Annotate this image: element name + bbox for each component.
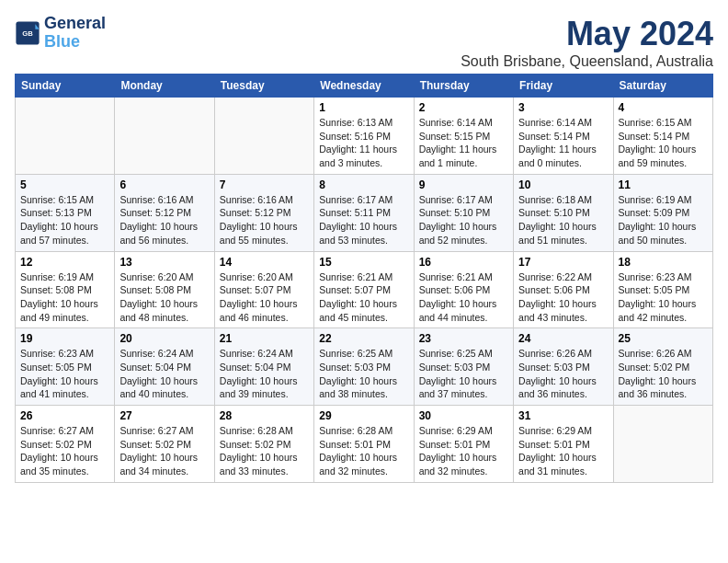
calendar-cell: 18Sunrise: 6:23 AM Sunset: 5:05 PM Dayli… <box>613 251 712 328</box>
day-info: Sunrise: 6:14 AM Sunset: 5:15 PM Dayligh… <box>419 116 508 170</box>
calendar-cell: 27Sunrise: 6:27 AM Sunset: 5:02 PM Dayli… <box>115 406 214 483</box>
day-info: Sunrise: 6:26 AM Sunset: 5:03 PM Dayligh… <box>518 347 608 401</box>
day-number: 25 <box>619 332 708 345</box>
day-number: 7 <box>220 178 309 191</box>
day-number: 24 <box>518 332 608 345</box>
day-info: Sunrise: 6:23 AM Sunset: 5:05 PM Dayligh… <box>619 270 708 325</box>
dow-header-wednesday: Wednesday <box>314 75 414 98</box>
day-number: 5 <box>20 178 109 191</box>
day-number: 11 <box>619 178 708 191</box>
day-info: Sunrise: 6:21 AM Sunset: 5:07 PM Dayligh… <box>319 270 408 325</box>
calendar-cell: 31Sunrise: 6:29 AM Sunset: 5:01 PM Dayli… <box>514 406 613 483</box>
day-info: Sunrise: 6:21 AM Sunset: 5:06 PM Dayligh… <box>419 270 508 325</box>
calendar-week-2: 5Sunrise: 6:15 AM Sunset: 5:13 PM Daylig… <box>16 174 713 251</box>
day-number: 23 <box>419 332 508 345</box>
page-header: GB General Blue May 2024 South Brisbane,… <box>15 15 713 70</box>
day-number: 19 <box>20 332 109 345</box>
day-number: 28 <box>220 409 309 422</box>
day-number: 14 <box>220 256 309 269</box>
calendar-cell: 17Sunrise: 6:22 AM Sunset: 5:06 PM Dayli… <box>514 251 613 328</box>
day-number: 6 <box>119 178 209 191</box>
dow-header-friday: Friday <box>514 75 613 98</box>
day-info: Sunrise: 6:26 AM Sunset: 5:02 PM Dayligh… <box>619 347 708 401</box>
day-number: 4 <box>619 101 708 114</box>
logo-line1: General <box>44 15 106 33</box>
calendar-cell: 25Sunrise: 6:26 AM Sunset: 5:02 PM Dayli… <box>613 328 712 406</box>
day-info: Sunrise: 6:17 AM Sunset: 5:10 PM Dayligh… <box>419 193 508 247</box>
calendar-cell: 1Sunrise: 6:13 AM Sunset: 5:16 PM Daylig… <box>314 98 414 175</box>
days-of-week-row: SundayMondayTuesdayWednesdayThursdayFrid… <box>16 75 713 98</box>
day-info: Sunrise: 6:13 AM Sunset: 5:16 PM Dayligh… <box>319 116 408 170</box>
day-number: 29 <box>319 409 408 422</box>
day-number: 10 <box>518 178 608 191</box>
day-info: Sunrise: 6:27 AM Sunset: 5:02 PM Dayligh… <box>20 424 109 478</box>
day-info: Sunrise: 6:25 AM Sunset: 5:03 PM Dayligh… <box>319 347 408 401</box>
calendar-week-4: 19Sunrise: 6:23 AM Sunset: 5:05 PM Dayli… <box>16 328 713 406</box>
day-info: Sunrise: 6:29 AM Sunset: 5:01 PM Dayligh… <box>518 424 608 478</box>
dow-header-sunday: Sunday <box>16 75 115 98</box>
day-number: 22 <box>319 332 408 345</box>
day-number: 20 <box>119 332 209 345</box>
day-number: 18 <box>619 256 708 269</box>
calendar-cell: 15Sunrise: 6:21 AM Sunset: 5:07 PM Dayli… <box>314 251 414 328</box>
calendar-cell: 20Sunrise: 6:24 AM Sunset: 5:04 PM Dayli… <box>115 328 214 406</box>
day-info: Sunrise: 6:27 AM Sunset: 5:02 PM Dayligh… <box>119 424 209 478</box>
calendar-week-1: 1Sunrise: 6:13 AM Sunset: 5:16 PM Daylig… <box>16 98 713 175</box>
calendar-cell: 7Sunrise: 6:16 AM Sunset: 5:12 PM Daylig… <box>214 174 313 251</box>
calendar-cell: 23Sunrise: 6:25 AM Sunset: 5:03 PM Dayli… <box>414 328 513 406</box>
day-info: Sunrise: 6:22 AM Sunset: 5:06 PM Dayligh… <box>518 270 608 325</box>
calendar-cell: 19Sunrise: 6:23 AM Sunset: 5:05 PM Dayli… <box>16 328 115 406</box>
calendar-cell <box>214 98 313 175</box>
day-info: Sunrise: 6:19 AM Sunset: 5:09 PM Dayligh… <box>619 193 708 247</box>
day-number: 3 <box>518 101 608 114</box>
calendar-cell: 5Sunrise: 6:15 AM Sunset: 5:13 PM Daylig… <box>16 174 115 251</box>
calendar-cell <box>16 98 115 175</box>
day-number: 2 <box>419 101 508 114</box>
calendar-cell: 12Sunrise: 6:19 AM Sunset: 5:08 PM Dayli… <box>16 251 115 328</box>
day-info: Sunrise: 6:14 AM Sunset: 5:14 PM Dayligh… <box>518 116 608 170</box>
day-info: Sunrise: 6:28 AM Sunset: 5:01 PM Dayligh… <box>319 424 408 478</box>
calendar-cell: 29Sunrise: 6:28 AM Sunset: 5:01 PM Dayli… <box>314 406 414 483</box>
calendar-cell: 24Sunrise: 6:26 AM Sunset: 5:03 PM Dayli… <box>514 328 613 406</box>
day-info: Sunrise: 6:20 AM Sunset: 5:08 PM Dayligh… <box>119 270 209 325</box>
calendar-header: SundayMondayTuesdayWednesdayThursdayFrid… <box>16 75 713 98</box>
calendar-cell: 3Sunrise: 6:14 AM Sunset: 5:14 PM Daylig… <box>514 98 613 175</box>
day-info: Sunrise: 6:23 AM Sunset: 5:05 PM Dayligh… <box>20 347 109 401</box>
day-number: 9 <box>419 178 508 191</box>
day-number: 8 <box>319 178 408 191</box>
calendar-cell: 9Sunrise: 6:17 AM Sunset: 5:10 PM Daylig… <box>414 174 513 251</box>
calendar-cell: 22Sunrise: 6:25 AM Sunset: 5:03 PM Dayli… <box>314 328 414 406</box>
dow-header-tuesday: Tuesday <box>214 75 313 98</box>
calendar-cell: 4Sunrise: 6:15 AM Sunset: 5:14 PM Daylig… <box>613 98 712 175</box>
dow-header-thursday: Thursday <box>414 75 513 98</box>
day-number: 30 <box>419 409 508 422</box>
calendar-table: SundayMondayTuesdayWednesdayThursdayFrid… <box>15 74 713 483</box>
day-info: Sunrise: 6:17 AM Sunset: 5:11 PM Dayligh… <box>319 193 408 247</box>
day-info: Sunrise: 6:16 AM Sunset: 5:12 PM Dayligh… <box>220 193 309 247</box>
day-info: Sunrise: 6:18 AM Sunset: 5:10 PM Dayligh… <box>518 193 608 247</box>
day-info: Sunrise: 6:15 AM Sunset: 5:13 PM Dayligh… <box>20 193 109 247</box>
logo: GB General Blue <box>15 15 106 52</box>
day-info: Sunrise: 6:29 AM Sunset: 5:01 PM Dayligh… <box>419 424 508 478</box>
day-number: 27 <box>119 409 209 422</box>
calendar-cell: 16Sunrise: 6:21 AM Sunset: 5:06 PM Dayli… <box>414 251 513 328</box>
calendar-cell: 10Sunrise: 6:18 AM Sunset: 5:10 PM Dayli… <box>514 174 613 251</box>
calendar-week-3: 12Sunrise: 6:19 AM Sunset: 5:08 PM Dayli… <box>16 251 713 328</box>
calendar-cell: 30Sunrise: 6:29 AM Sunset: 5:01 PM Dayli… <box>414 406 513 483</box>
calendar-title: May 2024 <box>461 15 713 53</box>
calendar-cell: 21Sunrise: 6:24 AM Sunset: 5:04 PM Dayli… <box>214 328 313 406</box>
logo-text: General Blue <box>44 15 106 52</box>
day-number: 1 <box>319 101 408 114</box>
dow-header-monday: Monday <box>115 75 214 98</box>
calendar-cell: 13Sunrise: 6:20 AM Sunset: 5:08 PM Dayli… <box>115 251 214 328</box>
calendar-cell: 6Sunrise: 6:16 AM Sunset: 5:12 PM Daylig… <box>115 174 214 251</box>
logo-line2: Blue <box>44 33 106 52</box>
day-number: 26 <box>20 409 109 422</box>
calendar-cell: 2Sunrise: 6:14 AM Sunset: 5:15 PM Daylig… <box>414 98 513 175</box>
day-number: 16 <box>419 256 508 269</box>
day-number: 17 <box>518 256 608 269</box>
day-info: Sunrise: 6:15 AM Sunset: 5:14 PM Dayligh… <box>619 116 708 170</box>
calendar-week-5: 26Sunrise: 6:27 AM Sunset: 5:02 PM Dayli… <box>16 406 713 483</box>
calendar-cell: 8Sunrise: 6:17 AM Sunset: 5:11 PM Daylig… <box>314 174 414 251</box>
calendar-body: 1Sunrise: 6:13 AM Sunset: 5:16 PM Daylig… <box>16 98 713 483</box>
